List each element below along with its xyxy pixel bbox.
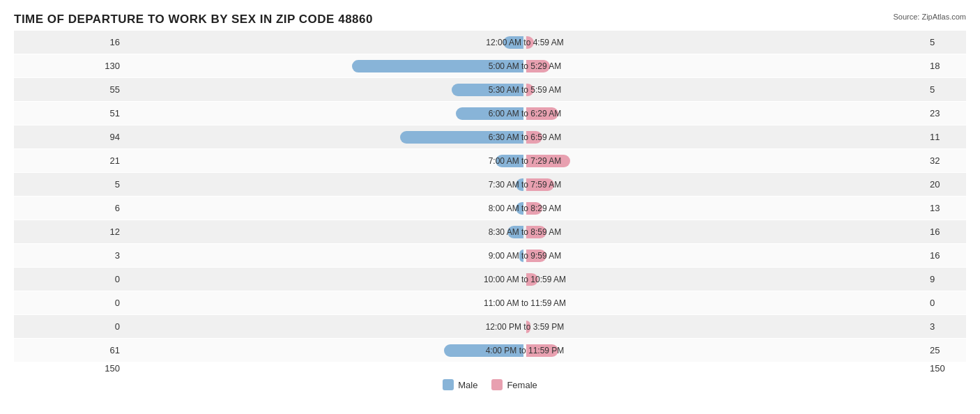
bars-wrapper [125, 153, 924, 169]
female-bar [526, 131, 542, 144]
female-bar [526, 202, 542, 215]
male-bar-container [125, 296, 525, 311]
male-bar [452, 84, 523, 96]
male-bar [507, 226, 523, 238]
female-value: 16 [924, 250, 966, 261]
bar-section: 5:00 AM to 5:29 AM [125, 54, 924, 77]
male-value: 0 [14, 274, 125, 284]
female-value: 3 [924, 321, 966, 332]
female-bar [526, 273, 538, 286]
male-legend-label: Male [458, 380, 477, 390]
male-bar-container [125, 248, 525, 263]
bar-section: 6:30 AM to 6:59 AM [125, 125, 924, 148]
male-bar-container [125, 59, 525, 74]
female-bar-container [525, 224, 924, 240]
male-bar [519, 250, 523, 262]
male-value: 0 [14, 321, 125, 332]
female-value: 32 [924, 155, 966, 166]
bars-wrapper [125, 248, 924, 263]
bars-wrapper [125, 272, 924, 287]
male-value: 3 [14, 250, 125, 261]
female-bar-container [525, 272, 924, 287]
male-bar [456, 107, 523, 120]
male-bar [444, 344, 523, 357]
bars-wrapper [125, 296, 924, 311]
chart-row: 16 12:00 AM to 4:59 AM 5 [14, 31, 966, 54]
female-bar [526, 107, 558, 120]
male-value: 12 [14, 227, 125, 237]
chart-area: 16 12:00 AM to 4:59 AM 5 130 [14, 31, 966, 362]
female-value: 13 [924, 203, 966, 213]
male-value: 21 [14, 155, 125, 166]
female-bar [526, 36, 534, 49]
male-bar-container [125, 319, 525, 335]
female-bar-container [525, 82, 924, 98]
chart-row: 6 8:00 AM to 8:29 AM 13 [14, 197, 966, 220]
female-bar-container [525, 130, 924, 145]
chart-row: 55 5:30 AM to 5:59 AM 5 [14, 78, 966, 101]
bars-wrapper [125, 177, 924, 192]
male-value: 5 [14, 179, 125, 190]
bars-wrapper [125, 35, 924, 50]
chart-row: 5 7:30 AM to 7:59 AM 20 [14, 173, 966, 196]
male-bar-container [125, 177, 525, 192]
male-value: 130 [14, 61, 125, 71]
female-bar [526, 155, 570, 167]
chart-row: 3 9:00 AM to 9:59 AM 16 [14, 244, 966, 267]
bars-wrapper [125, 319, 924, 335]
female-value: 16 [924, 227, 966, 237]
bar-section: 7:30 AM to 7:59 AM [125, 173, 924, 196]
female-bar [526, 344, 558, 357]
male-value: 51 [14, 108, 125, 118]
chart-row: 0 10:00 AM to 10:59 AM 9 [14, 268, 966, 291]
female-bar-container [525, 35, 924, 50]
female-value: 5 [924, 84, 966, 95]
bar-section: 6:00 AM to 6:29 AM [125, 102, 924, 125]
chart-container: TIME OF DEPARTURE TO WORK BY SEX IN ZIP … [0, 0, 980, 414]
female-bar-container [525, 296, 924, 311]
bars-wrapper [125, 130, 924, 145]
male-value: 94 [14, 132, 125, 142]
male-swatch [443, 379, 454, 390]
male-bar-container [125, 201, 525, 216]
female-value: 11 [924, 132, 966, 142]
female-value: 25 [924, 345, 966, 355]
female-bar [526, 321, 530, 333]
male-bar-container [125, 343, 525, 358]
bar-section: 8:00 AM to 8:29 AM [125, 197, 924, 220]
female-value: 20 [924, 179, 966, 190]
male-bar-container [125, 130, 525, 145]
axis-left-label: 150 [14, 363, 125, 374]
female-value: 18 [924, 61, 966, 71]
male-bar [503, 36, 523, 49]
bar-section: 9:00 AM to 9:59 AM [125, 244, 924, 267]
bar-section: 4:00 PM to 11:59 PM [125, 339, 924, 362]
female-swatch [491, 379, 503, 390]
bars-wrapper [125, 106, 924, 121]
female-bar [526, 178, 554, 191]
male-value: 55 [14, 84, 125, 95]
male-bar-container [125, 35, 525, 50]
bars-wrapper [125, 343, 924, 358]
male-value: 61 [14, 345, 125, 355]
axis-right-label: 150 [924, 363, 966, 374]
axis-row: 150 150 [14, 363, 966, 374]
male-bar-container [125, 153, 525, 169]
female-legend: Female [491, 379, 537, 390]
male-bar [516, 178, 523, 191]
male-legend: Male [443, 379, 477, 390]
female-bar-container [525, 248, 924, 263]
bar-section: 11:00 AM to 11:59 AM [125, 291, 924, 314]
chart-row: 94 6:30 AM to 6:59 AM 11 [14, 125, 966, 148]
male-value: 6 [14, 203, 125, 213]
female-value: 0 [924, 298, 966, 308]
female-value: 5 [924, 37, 966, 47]
male-value: 0 [14, 298, 125, 308]
chart-title: TIME OF DEPARTURE TO WORK BY SEX IN ZIP … [14, 13, 966, 26]
chart-row: 0 12:00 PM to 3:59 PM 3 [14, 315, 966, 338]
chart-row: 51 6:00 AM to 6:29 AM 23 [14, 102, 966, 125]
bar-section: 5:30 AM to 5:59 AM [125, 78, 924, 101]
male-bar-container [125, 224, 525, 240]
female-bar-container [525, 153, 924, 169]
female-bar [526, 84, 534, 96]
